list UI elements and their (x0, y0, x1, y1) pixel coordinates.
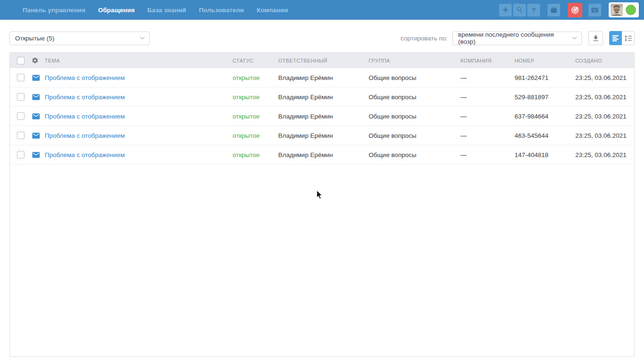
ticket-assignee: Владимир Ерёмин (278, 113, 369, 120)
nav-item-3[interactable]: Пользователи (199, 7, 244, 14)
ticket-number: 463-545644 (515, 132, 575, 139)
keyboard-shortcuts-button[interactable] (588, 4, 601, 16)
view-detailed-button[interactable] (609, 31, 622, 45)
row-checkbox[interactable] (17, 151, 24, 158)
ticket-status: открытое (233, 151, 260, 158)
sort-label: сортировать по: (401, 35, 448, 42)
main-menu: Панель управленияОбращенияБаза знанийПол… (23, 7, 288, 14)
select-all-checkbox[interactable] (17, 57, 24, 64)
ticket-row[interactable]: Проблема с отображением открытое Владими… (10, 107, 634, 126)
ticket-row[interactable]: Проблема с отображением открытое Владими… (10, 145, 634, 165)
ticket-number: 529-881897 (515, 94, 575, 101)
search-icon (516, 6, 523, 14)
ticket-created: 23:25, 03.06.2021 (575, 74, 634, 81)
target-icon (571, 6, 580, 15)
email-channel-icon (32, 150, 40, 159)
column-header-company[interactable]: КОМПАНИЯ (460, 58, 515, 63)
ticket-company: — (460, 151, 515, 158)
detailed-list-icon (612, 35, 619, 41)
ticket-group: Общие вопросы (369, 74, 460, 81)
ticket-company: — (460, 113, 515, 120)
ticket-number: 147-404818 (515, 151, 575, 158)
chevron-down-icon (572, 34, 577, 39)
ticket-created: 23:25, 03.06.2021 (575, 94, 634, 101)
column-header-group[interactable]: ГРУППА (369, 58, 460, 63)
email-channel-icon (32, 131, 40, 140)
ticket-status: открытое (233, 94, 260, 101)
user-avatar (611, 4, 623, 16)
column-settings-gear-icon[interactable] (32, 57, 39, 64)
ticket-company: — (460, 94, 515, 101)
plus-icon: + (503, 5, 508, 15)
ticket-created: 23:25, 03.06.2021 (575, 113, 634, 120)
ticket-created: 23:25, 03.06.2021 (575, 132, 634, 139)
export-button[interactable] (588, 31, 603, 45)
ticket-number: 637-984664 (515, 113, 575, 120)
briefcase-icon (550, 7, 557, 14)
ticket-subject-link[interactable]: Проблема с отображением (45, 94, 125, 101)
ticket-subject-link[interactable]: Проблема с отображением (45, 132, 125, 139)
ticket-group: Общие вопросы (369, 113, 460, 120)
compact-list-icon (625, 35, 632, 41)
ticket-group: Общие вопросы (369, 151, 460, 158)
nav-item-4[interactable]: Компании (257, 7, 288, 14)
ticket-assignee: Владимир Ерёмин (278, 74, 369, 81)
download-icon (592, 34, 600, 42)
row-checkbox[interactable] (17, 132, 24, 139)
ticket-row[interactable]: Проблема с отображением открытое Владими… (10, 68, 634, 87)
ticket-number: 981-262471 (515, 74, 575, 81)
table-header-row: ТЕМА СТАТУС ОТВЕТСТВЕННЫЙ ГРУППА КОМПАНИ… (10, 53, 634, 68)
view-toggle-group (609, 31, 635, 45)
ticket-subject-link[interactable]: Проблема с отображением (45, 151, 125, 158)
column-header-assignee[interactable]: ОТВЕТСТВЕННЫЙ (278, 58, 369, 63)
ticket-row[interactable]: Проблема с отображением открытое Владими… (10, 126, 634, 145)
email-channel-icon (32, 93, 40, 102)
archive-button[interactable] (547, 4, 560, 16)
nav-item-0[interactable]: Панель управления (23, 7, 85, 14)
nav-item-2[interactable]: База знаний (147, 7, 186, 14)
ticket-assignee: Владимир Ерёмин (278, 94, 369, 101)
ticket-status: открытое (233, 113, 260, 120)
nav-item-1[interactable]: Обращения (98, 7, 135, 14)
goals-button[interactable] (568, 3, 582, 17)
user-pill[interactable] (609, 2, 639, 17)
sort-select[interactable]: времени последнего сообщения (возр) (452, 32, 582, 45)
ticket-company: — (460, 132, 515, 139)
ticket-created: 23:25, 03.06.2021 (575, 151, 634, 158)
column-header-subject[interactable]: ТЕМА (45, 58, 233, 63)
question-icon: ? (531, 6, 536, 14)
column-header-status[interactable]: СТАТУС (233, 58, 278, 63)
ticket-row[interactable]: Проблема с отображением открытое Владими… (10, 87, 634, 107)
ticket-subject-link[interactable]: Проблема с отображением (45, 113, 125, 120)
keyboard-icon (591, 6, 599, 14)
help-button[interactable]: ? (527, 4, 540, 16)
row-checkbox[interactable] (17, 74, 24, 81)
top-navbar: Панель управленияОбращенияБаза знанийПол… (0, 0, 644, 20)
view-compact-button[interactable] (622, 31, 635, 45)
online-status-indicator (626, 5, 636, 15)
ticket-group: Общие вопросы (369, 132, 460, 139)
column-header-number[interactable]: НОМЕР (515, 58, 575, 63)
filter-value: Открытые (5) (15, 35, 54, 42)
ticket-group: Общие вопросы (369, 94, 460, 101)
row-checkbox[interactable] (17, 93, 24, 101)
ticket-filter-select[interactable]: Открытые (5) (9, 32, 150, 45)
ticket-assignee: Владимир Ерёмин (278, 151, 369, 158)
column-header-created[interactable]: СОЗДАНО (575, 58, 634, 63)
ticket-company: — (460, 74, 515, 81)
ticket-status: открытое (233, 132, 260, 139)
sort-value: времени последнего сообщения (возр) (458, 31, 569, 45)
tickets-table: ТЕМА СТАТУС ОТВЕТСТВЕННЫЙ ГРУППА КОМПАНИ… (9, 52, 635, 357)
search-button[interactable] (513, 4, 526, 16)
email-channel-icon (32, 73, 40, 82)
chevron-down-icon (140, 34, 145, 39)
list-toolbar: Открытые (5) сортировать по: времени пос… (0, 20, 644, 52)
ticket-status: открытое (233, 74, 260, 81)
ticket-subject-link[interactable]: Проблема с отображением (45, 74, 125, 81)
create-ticket-button[interactable]: + (499, 4, 512, 16)
ticket-rows: Проблема с отображением открытое Владими… (10, 68, 634, 165)
ticket-assignee: Владимир Ерёмин (278, 132, 369, 139)
row-checkbox[interactable] (17, 112, 24, 120)
email-channel-icon (32, 112, 40, 121)
navbar-actions: + ? (498, 2, 639, 17)
